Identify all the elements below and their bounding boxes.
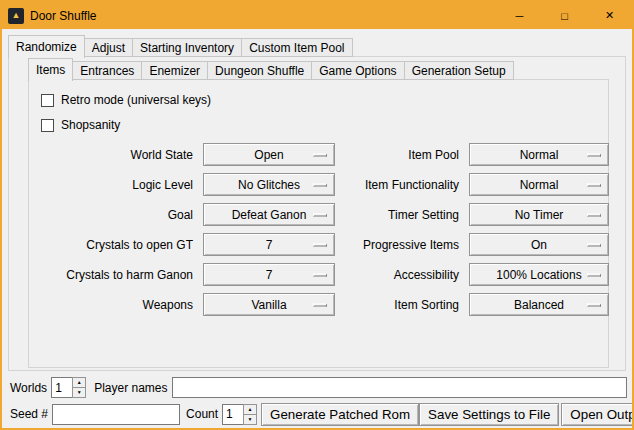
worlds-spinner-arrows: ▲ ▼ <box>72 377 86 398</box>
worlds-input[interactable] <box>51 377 72 398</box>
dropdown-indicator-icon <box>587 213 601 216</box>
dropdown-indicator-icon <box>313 183 327 186</box>
maximize-button[interactable]: □ <box>542 2 587 29</box>
seed-label: Seed # <box>10 407 48 421</box>
options-grid: World State Open Item Pool Normal Logic … <box>39 143 608 316</box>
worlds-label: Worlds <box>10 381 47 395</box>
minimize-icon: ─ <box>516 10 524 22</box>
world-state-dropdown[interactable]: Open <box>203 143 335 166</box>
shopsanity-row: Shopsanity <box>41 115 608 135</box>
logic-level-dropdown[interactable]: No Glitches <box>203 173 335 196</box>
accessibility-label: Accessibility <box>341 268 463 282</box>
close-button[interactable]: ✕ <box>587 2 632 29</box>
generate-patched-rom-button[interactable]: Generate Patched Rom <box>261 403 419 426</box>
items-tab-pane: Retro mode (universal keys) Shopsanity W… <box>28 79 609 368</box>
dropdown-indicator-icon <box>313 213 327 216</box>
count-spin-down-icon[interactable]: ▼ <box>243 415 257 425</box>
item-functionality-dropdown[interactable]: Normal <box>469 173 609 196</box>
tab-randomize[interactable]: Randomize <box>8 35 85 58</box>
window-title: Door Shuffle <box>30 9 97 23</box>
dropdown-indicator-icon <box>587 183 601 186</box>
shopsanity-checkbox[interactable] <box>41 119 54 132</box>
dropdown-indicator-icon <box>587 273 601 276</box>
count-spinner: ▲ ▼ <box>222 404 257 425</box>
door-shuffle-window: ▲ Door Shuffle ─ □ ✕ Randomize Adjust St… <box>0 0 634 430</box>
app-icon: ▲ <box>8 8 24 24</box>
item-pool-dropdown[interactable]: Normal <box>469 143 609 166</box>
count-label: Count <box>186 407 218 421</box>
save-settings-button[interactable]: Save Settings to File <box>419 403 559 426</box>
tab-enemizer[interactable]: Enemizer <box>141 61 208 80</box>
worlds-spinner: ▲ ▼ <box>51 377 86 398</box>
minimize-button[interactable]: ─ <box>497 2 542 29</box>
count-input[interactable] <box>222 404 243 425</box>
logic-level-label: Logic Level <box>39 178 197 192</box>
dropdown-indicator-icon <box>313 273 327 276</box>
crystals-harm-ganon-dropdown[interactable]: 7 <box>203 263 335 286</box>
maximize-icon: □ <box>561 10 568 22</box>
weapons-label: Weapons <box>39 298 197 312</box>
dropdown-indicator-icon <box>313 303 327 306</box>
tab-custom-item-pool[interactable]: Custom Item Pool <box>241 38 352 57</box>
outer-tab-bar: Randomize Adjust Starting Inventory Cust… <box>8 35 352 57</box>
item-pool-label: Item Pool <box>341 148 463 162</box>
goal-label: Goal <box>39 208 197 222</box>
dropdown-indicator-icon <box>587 303 601 306</box>
progressive-items-dropdown[interactable]: On <box>469 233 609 256</box>
inner-tab-bar: Items Entrances Enemizer Dungeon Shuffle… <box>28 58 513 80</box>
dropdown-indicator-icon <box>587 243 601 246</box>
tab-items[interactable]: Items <box>28 58 73 81</box>
player-names-input[interactable] <box>172 377 628 398</box>
tab-adjust[interactable]: Adjust <box>84 38 133 57</box>
dropdown-indicator-icon <box>313 153 327 156</box>
goal-dropdown[interactable]: Defeat Ganon <box>203 203 335 226</box>
timer-setting-dropdown[interactable]: No Timer <box>469 203 609 226</box>
tab-game-options[interactable]: Game Options <box>311 61 404 80</box>
tab-entrances[interactable]: Entrances <box>72 61 142 80</box>
worlds-row: Worlds ▲ ▼ Player names <box>10 376 627 399</box>
timer-setting-label: Timer Setting <box>341 208 463 222</box>
retro-mode-label: Retro mode (universal keys) <box>61 93 211 107</box>
caption-buttons: ─ □ ✕ <box>497 2 632 29</box>
progressive-items-label: Progressive Items <box>341 238 463 252</box>
worlds-spin-down-icon[interactable]: ▼ <box>72 388 86 398</box>
worlds-spin-up-icon[interactable]: ▲ <box>72 377 86 388</box>
player-names-label: Player names <box>94 381 167 395</box>
close-icon: ✕ <box>605 9 614 22</box>
weapons-dropdown[interactable]: Vanilla <box>203 293 335 316</box>
open-output-directory-button[interactable]: Open Output Directory <box>561 403 634 426</box>
item-functionality-label: Item Functionality <box>341 178 463 192</box>
seed-row: Seed # Count ▲ ▼ Generate Patched Rom Sa… <box>10 402 627 426</box>
item-sorting-dropdown[interactable]: Balanced <box>469 293 609 316</box>
count-spin-up-icon[interactable]: ▲ <box>243 404 257 415</box>
retro-mode-checkbox[interactable] <box>41 94 54 107</box>
dropdown-indicator-icon <box>313 243 327 246</box>
shopsanity-label: Shopsanity <box>61 118 120 132</box>
titlebar[interactable]: ▲ Door Shuffle ─ □ ✕ <box>2 2 632 29</box>
world-state-label: World State <box>39 148 197 162</box>
accessibility-dropdown[interactable]: 100% Locations <box>469 263 609 286</box>
item-sorting-label: Item Sorting <box>341 298 463 312</box>
dropdown-indicator-icon <box>587 153 601 156</box>
seed-input[interactable] <box>52 404 180 425</box>
retro-mode-row: Retro mode (universal keys) <box>41 90 608 110</box>
crystals-harm-ganon-label: Crystals to harm Ganon <box>39 268 197 282</box>
count-spinner-arrows: ▲ ▼ <box>243 404 257 425</box>
tab-dungeon-shuffle[interactable]: Dungeon Shuffle <box>207 61 312 80</box>
tab-generation-setup[interactable]: Generation Setup <box>404 61 514 80</box>
tab-starting-inventory[interactable]: Starting Inventory <box>132 38 242 57</box>
crystals-open-gt-dropdown[interactable]: 7 <box>203 233 335 256</box>
crystals-open-gt-label: Crystals to open GT <box>39 238 197 252</box>
